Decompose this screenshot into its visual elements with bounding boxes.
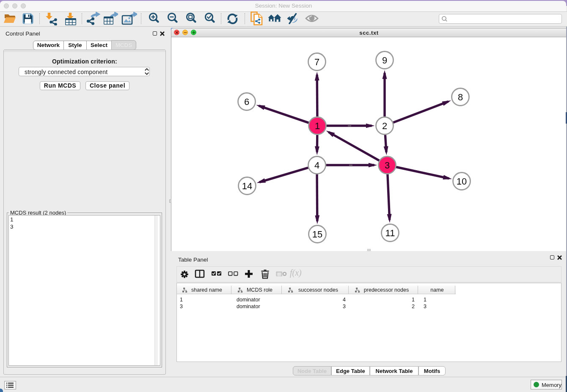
svg-text:6: 6: [244, 97, 249, 107]
svg-text:4: 4: [314, 160, 319, 171]
svg-text:2: 2: [382, 121, 387, 131]
svg-text:8: 8: [458, 92, 463, 102]
svg-text:14: 14: [242, 181, 252, 191]
svg-text:15: 15: [312, 229, 322, 240]
svg-text:11: 11: [385, 228, 395, 238]
svg-text:1: 1: [315, 121, 320, 131]
svg-text:3: 3: [385, 160, 390, 171]
svg-text:9: 9: [382, 55, 387, 66]
svg-text:10: 10: [457, 176, 467, 187]
svg-text:7: 7: [314, 57, 319, 67]
